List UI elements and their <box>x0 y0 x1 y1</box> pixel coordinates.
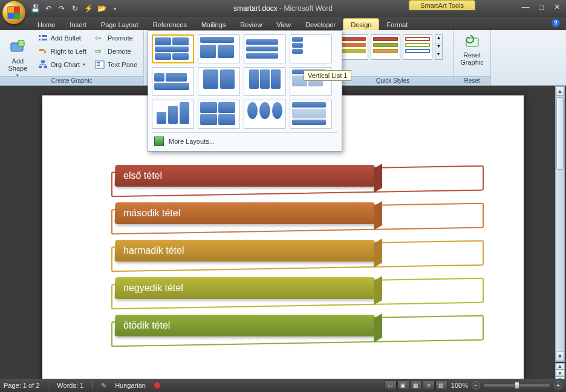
add-shape-label: Add Shape <box>8 57 27 72</box>
svg-rect-4 <box>39 39 41 40</box>
open-icon[interactable]: 📂 <box>97 4 106 13</box>
tab-references[interactable]: References <box>146 19 194 30</box>
layout-option[interactable] <box>152 34 194 63</box>
proofing-icon[interactable]: ✎ <box>101 382 106 390</box>
smartart-item[interactable]: ötödik tétel <box>115 315 454 342</box>
layout-option[interactable] <box>244 100 286 129</box>
prev-page-icon[interactable]: ▲ <box>555 363 565 370</box>
smartart-item-text: negyedik tétel <box>123 283 183 294</box>
layout-option[interactable] <box>198 67 240 96</box>
smartart-item[interactable]: harmadik tétel <box>115 240 454 268</box>
outline-view-icon[interactable]: ≡ <box>423 381 435 390</box>
tab-design[interactable]: Design <box>343 18 379 30</box>
smartart-graphic[interactable]: első tételmásodik tételharmadik tételneg… <box>115 165 454 352</box>
zoom-out-button[interactable]: − <box>472 381 480 390</box>
tab-page-layout[interactable]: Page Layout <box>94 19 146 30</box>
right-to-left-button[interactable]: Right to Left <box>36 45 89 57</box>
bullet-icon <box>38 33 48 43</box>
svg-rect-10 <box>97 62 100 63</box>
demote-button[interactable]: ⇨ Demote <box>93 45 140 57</box>
more-layouts-icon <box>154 137 164 146</box>
maximize-button[interactable]: □ <box>536 2 547 11</box>
svg-rect-3 <box>42 35 47 37</box>
smartart-item[interactable]: első tétel <box>115 165 454 193</box>
svg-rect-7 <box>39 66 42 68</box>
svg-rect-5 <box>42 39 47 40</box>
quickstyle-thumb[interactable] <box>339 34 368 60</box>
qs-up-icon[interactable]: ▲ <box>435 35 442 43</box>
full-screen-view-icon[interactable]: ▣ <box>397 381 409 390</box>
document-filename: smartart.docx <box>233 4 278 13</box>
draft-view-icon[interactable]: ▤ <box>435 381 447 390</box>
save-icon[interactable]: 💾 <box>30 4 40 13</box>
web-layout-view-icon[interactable]: ▦ <box>410 381 422 390</box>
group-reset: Reset Graphic Reset <box>454 30 491 85</box>
view-buttons: ▭ ▣ ▦ ≡ ▤ <box>385 381 447 390</box>
layout-option[interactable] <box>244 34 286 63</box>
status-words[interactable]: Words: 1 <box>57 382 83 389</box>
text-pane-button[interactable]: Text Pane <box>93 59 140 71</box>
layout-option[interactable] <box>152 67 194 96</box>
smartart-item[interactable]: negyedik tétel <box>115 277 454 305</box>
qs-down-icon[interactable]: ▼ <box>435 43 442 51</box>
layouts-dropdown: More Layouts... <box>148 30 342 152</box>
tab-insert[interactable]: Insert <box>62 19 94 30</box>
layout-option[interactable] <box>244 67 286 96</box>
contextual-tab-header: SmartArt Tools <box>409 0 475 10</box>
promote-button[interactable]: ⇦ Promote <box>93 32 140 44</box>
zoom-in-button[interactable]: + <box>554 381 562 390</box>
layout-option[interactable] <box>290 100 332 129</box>
tab-developer[interactable]: Developer <box>298 19 343 30</box>
org-chart-button[interactable]: Org Chart ▾ <box>36 59 89 71</box>
help-icon[interactable]: ? <box>551 19 560 27</box>
smartart-item-text: ötödik tétel <box>123 320 171 331</box>
svg-rect-2 <box>39 35 41 37</box>
smartart-item-bar: negyedik tétel <box>115 277 376 299</box>
tab-mailings[interactable]: Mailings <box>194 19 233 30</box>
undo-icon[interactable]: ↶ <box>44 4 53 13</box>
smartart-item[interactable]: második tétel <box>115 202 454 230</box>
add-bullet-button[interactable]: Add Bullet <box>36 32 89 44</box>
status-page[interactable]: Page: 1 of 2 <box>4 382 39 389</box>
layout-option[interactable] <box>152 100 194 129</box>
tab-format[interactable]: Format <box>379 19 415 30</box>
tab-home[interactable]: Home <box>30 19 62 30</box>
tab-view[interactable]: View <box>269 19 298 30</box>
redo-icon[interactable]: ↷ <box>57 4 67 13</box>
quickprint-icon[interactable]: ⚡ <box>83 4 93 13</box>
tab-review[interactable]: Review <box>233 19 269 30</box>
status-language[interactable]: Hungarian <box>115 382 146 389</box>
zoom-slider[interactable] <box>484 384 550 387</box>
promote-icon: ⇦ <box>95 33 105 43</box>
scroll-down-icon[interactable]: ▼ <box>556 352 564 361</box>
reset-graphic-button[interactable]: Reset Graphic <box>457 32 487 67</box>
scroll-thumb[interactable] <box>556 97 564 170</box>
zoom-knob[interactable] <box>515 382 519 389</box>
macro-recording-icon[interactable] <box>154 382 160 388</box>
group-title-create-graphic: Create Graphic <box>0 76 143 85</box>
minimize-button[interactable]: — <box>520 2 531 11</box>
demote-label: Demote <box>108 48 131 55</box>
smartart-item-side <box>374 313 382 342</box>
promote-label: Promote <box>108 34 133 42</box>
page-nav: ▲ ● ▼ <box>555 363 565 379</box>
zoom-level[interactable]: 100% <box>451 382 468 389</box>
print-layout-view-icon[interactable]: ▭ <box>385 381 397 390</box>
app-name: Microsoft Word <box>284 4 332 13</box>
layout-option[interactable] <box>198 34 240 63</box>
qat-customize-icon[interactable]: ▾ <box>110 4 120 13</box>
browse-object-icon[interactable]: ● <box>555 370 565 376</box>
office-button[interactable] <box>2 1 25 24</box>
repeat-icon[interactable]: ↻ <box>70 4 80 13</box>
quickstyle-thumb[interactable] <box>371 34 400 60</box>
ribbon-tabs: Home Insert Page Layout References Maili… <box>0 17 566 30</box>
vertical-scrollbar[interactable]: ▲ ▼ <box>555 86 565 362</box>
layout-option[interactable] <box>198 100 240 129</box>
close-button[interactable]: ✕ <box>551 2 562 11</box>
svg-rect-11 <box>97 65 100 66</box>
more-layouts-button[interactable]: More Layouts... <box>152 132 338 147</box>
quickstyle-thumb[interactable] <box>403 34 432 60</box>
qs-more-icon[interactable]: ▾ <box>435 51 442 59</box>
layout-option[interactable] <box>290 34 332 63</box>
scroll-up-icon[interactable]: ▲ <box>556 86 564 96</box>
